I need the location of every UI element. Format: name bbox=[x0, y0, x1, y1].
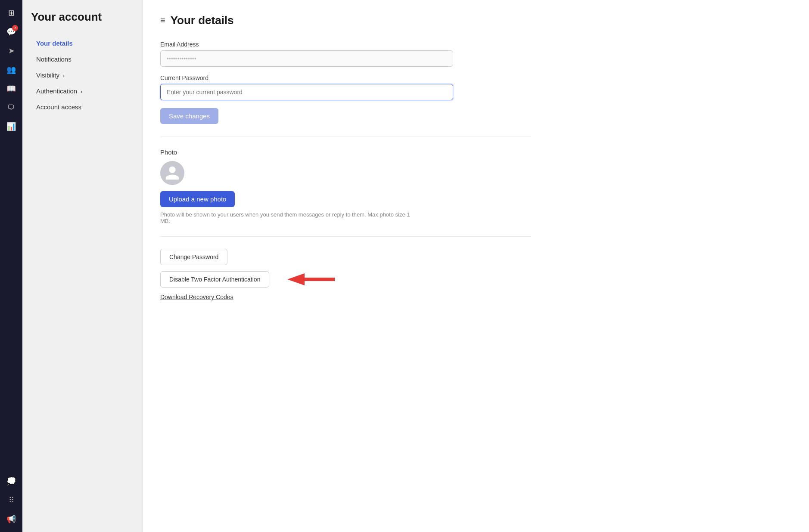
change-password-button[interactable]: Change Password bbox=[160, 249, 227, 265]
sidebar-item-authentication[interactable]: Authentication › bbox=[31, 84, 134, 99]
chevron-icon: › bbox=[81, 89, 82, 95]
svg-marker-0 bbox=[287, 273, 335, 285]
password-label: Current Password bbox=[160, 74, 462, 81]
main-title: Your details bbox=[171, 14, 234, 27]
message-icon[interactable]: 🗨 bbox=[3, 100, 19, 115]
email-input[interactable] bbox=[160, 50, 453, 67]
chat-icon[interactable]: 💬 7 bbox=[3, 24, 19, 40]
photo-section: Photo Upload a new photo Photo will be s… bbox=[160, 148, 792, 224]
divider-1 bbox=[160, 136, 531, 136]
photo-hint: Photo will be shown to your users when y… bbox=[160, 211, 410, 224]
megaphone-icon[interactable]: 📢 bbox=[3, 511, 19, 527]
sidebar-item-visibility[interactable]: Visibility › bbox=[31, 68, 134, 83]
people-icon[interactable]: 👥 bbox=[3, 62, 19, 77]
download-recovery-link[interactable]: Download Recovery Codes bbox=[160, 294, 233, 300]
hamburger-icon[interactable]: ≡ bbox=[160, 15, 165, 25]
email-field-group: Email Address bbox=[160, 41, 462, 74]
sidebar-item-your-details[interactable]: Your details bbox=[31, 36, 134, 51]
disable-2fa-row: Disable Two Factor Authentication bbox=[160, 271, 335, 288]
upload-photo-button[interactable]: Upload a new photo bbox=[160, 191, 235, 207]
avatar bbox=[160, 161, 184, 185]
sidebar-item-notifications[interactable]: Notifications bbox=[31, 52, 134, 67]
apps-icon[interactable]: ⠿ bbox=[3, 492, 19, 508]
speech-icon[interactable]: 💭 bbox=[3, 473, 19, 489]
red-arrow-annotation bbox=[274, 272, 335, 287]
send-icon[interactable]: ➤ bbox=[3, 43, 19, 59]
grid-icon[interactable]: ⊞ bbox=[3, 5, 19, 21]
main-content: ≡ Your details Email Address Current Pas… bbox=[143, 0, 809, 532]
chat-badge: 7 bbox=[12, 25, 18, 31]
current-password-input[interactable] bbox=[160, 84, 453, 100]
form-section: Email Address Current Password Save chan… bbox=[160, 41, 462, 124]
save-changes-button[interactable]: Save changes bbox=[160, 108, 218, 124]
action-section: Change Password Disable Two Factor Authe… bbox=[160, 249, 792, 300]
divider-2 bbox=[160, 236, 531, 237]
icon-sidebar: ⊞ 💬 7 ➤ 👥 📖 🗨 📊 💭 ⠿ 📢 bbox=[0, 0, 22, 532]
sidebar-item-account-access[interactable]: Account access bbox=[31, 99, 134, 114]
main-header: ≡ Your details bbox=[160, 14, 792, 27]
book-icon[interactable]: 📖 bbox=[3, 81, 19, 96]
left-nav: Your account Your details Notifications … bbox=[22, 0, 143, 532]
chevron-icon: › bbox=[63, 73, 65, 79]
photo-label: Photo bbox=[160, 148, 792, 156]
disable-2fa-button[interactable]: Disable Two Factor Authentication bbox=[160, 271, 269, 288]
email-label: Email Address bbox=[160, 41, 462, 48]
chart-icon[interactable]: 📊 bbox=[3, 119, 19, 134]
password-field-group: Current Password bbox=[160, 74, 462, 108]
page-title: Your account bbox=[31, 10, 134, 24]
